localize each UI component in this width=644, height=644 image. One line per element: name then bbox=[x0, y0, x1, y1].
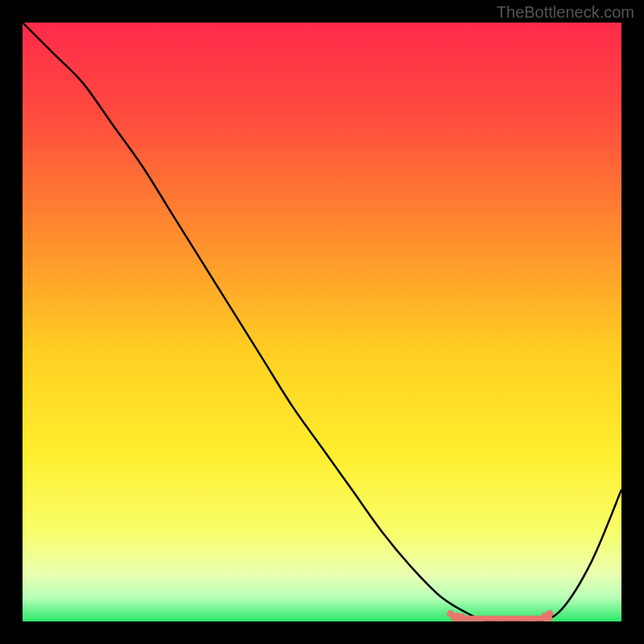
bottleneck-curve bbox=[23, 23, 621, 621]
curve-layer bbox=[23, 23, 621, 621]
svg-point-2 bbox=[447, 610, 454, 617]
svg-point-4 bbox=[458, 613, 465, 621]
svg-point-6 bbox=[546, 610, 553, 617]
watermark-text: TheBottleneck.com bbox=[497, 3, 634, 22]
plot-area bbox=[23, 23, 621, 621]
